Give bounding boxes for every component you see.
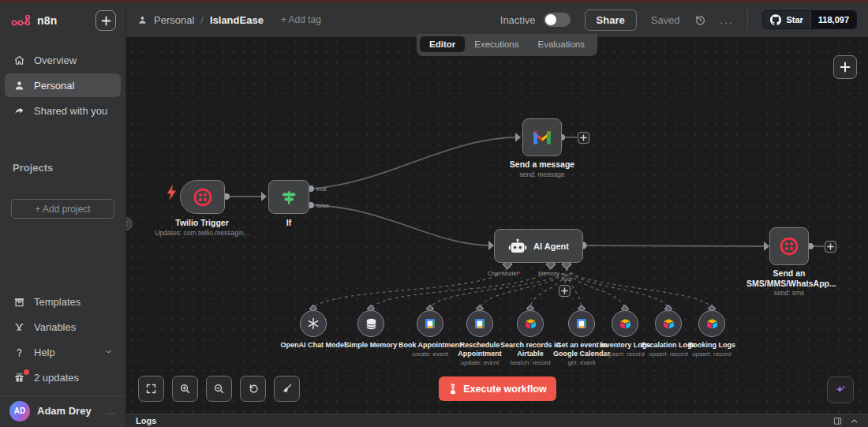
subnode-label: Book Appointment create: event bbox=[396, 341, 464, 358]
tab-evaluations[interactable]: Evaluations bbox=[529, 36, 594, 52]
subnode-inventory-logs[interactable] bbox=[612, 310, 638, 337]
sidebar-item-personal[interactable]: Personal bbox=[5, 73, 121, 97]
twilio-icon bbox=[779, 236, 799, 257]
sidebar-item-updates[interactable]: 2 updates bbox=[5, 365, 121, 389]
sidebar-item-label: Variables bbox=[34, 321, 76, 333]
zoom-out-icon bbox=[213, 383, 225, 395]
connection-agent-tool-6[interactable] bbox=[567, 268, 668, 307]
add-node-plus-after-sms[interactable] bbox=[825, 241, 836, 253]
zoom-in-icon bbox=[179, 383, 191, 395]
fit-view-icon bbox=[145, 383, 157, 395]
port-agent-input bbox=[488, 241, 494, 250]
node-twilio-sms[interactable] bbox=[769, 227, 809, 265]
connection-agent-sms[interactable] bbox=[585, 245, 766, 246]
open-panel-icon[interactable] bbox=[833, 417, 842, 425]
logs-panel-header[interactable]: Logs bbox=[126, 414, 868, 427]
connection-agent-tool-5[interactable] bbox=[567, 268, 624, 307]
user-more-button[interactable]: ... bbox=[106, 406, 116, 417]
tab-executions[interactable]: Executions bbox=[465, 36, 528, 52]
connection-agent-tool-7[interactable] bbox=[567, 268, 711, 307]
workflow-status-label: Inactive bbox=[500, 14, 536, 26]
sparkle-icon bbox=[833, 383, 847, 397]
node-if[interactable] bbox=[268, 180, 309, 214]
port-gmail-input bbox=[515, 133, 521, 142]
plus-icon bbox=[580, 134, 587, 141]
node-ai-agent[interactable]: AI Agent bbox=[494, 229, 583, 263]
twilio-icon bbox=[193, 187, 213, 208]
port-sms-input bbox=[764, 242, 769, 251]
history-button[interactable] bbox=[694, 14, 706, 26]
subnode-reschedule-appointment[interactable] bbox=[466, 310, 493, 337]
node-label-twilio-trigger: Twilio Trigger Updates: com.twilio.messa… bbox=[155, 218, 249, 237]
logs-label: Logs bbox=[136, 416, 156, 425]
fit-view-button[interactable] bbox=[138, 376, 164, 402]
airtable-icon bbox=[662, 317, 675, 331]
sidebar-item-templates[interactable]: Templates bbox=[5, 290, 121, 313]
subnode-booking-logs[interactable] bbox=[698, 310, 725, 337]
new-workflow-button[interactable] bbox=[95, 10, 116, 31]
sidebar-item-help[interactable]: Help bbox=[5, 340, 121, 364]
sidebar-item-variables[interactable]: Variables bbox=[5, 315, 121, 339]
subnode-book-appointment[interactable] bbox=[417, 310, 443, 337]
share-button[interactable]: Share bbox=[585, 9, 637, 31]
reset-zoom-button[interactable] bbox=[240, 376, 266, 402]
subnode-search-airtable[interactable] bbox=[517, 310, 544, 337]
github-star-widget[interactable]: Star 118,097 bbox=[762, 10, 857, 29]
subnode-label: OpenAI Chat Model bbox=[279, 341, 347, 350]
subnode-escalation-logs[interactable] bbox=[655, 310, 682, 337]
add-tag-button[interactable]: + Add tag bbox=[281, 14, 321, 25]
subnode-openai-chat-model[interactable] bbox=[300, 310, 327, 337]
connection-layer bbox=[126, 37, 868, 414]
connection-tool-plus bbox=[565, 268, 567, 283]
add-tool-plus[interactable] bbox=[559, 285, 571, 297]
sidebar-nav: Overview Personal Shared with you bbox=[0, 47, 125, 124]
avatar: AD bbox=[9, 401, 30, 421]
chevron-up-icon[interactable] bbox=[850, 417, 859, 425]
plus-icon bbox=[101, 16, 111, 26]
node-twilio-trigger[interactable] bbox=[180, 180, 225, 214]
if-false-label: false bbox=[316, 202, 329, 209]
google-calendar-icon bbox=[424, 317, 436, 330]
add-node-plus-after-gmail[interactable] bbox=[578, 132, 589, 144]
active-toggle[interactable] bbox=[544, 13, 571, 27]
agent-port-label-tool: Tool bbox=[561, 275, 572, 283]
connection-if-true-gmail[interactable] bbox=[314, 137, 518, 189]
view-tabs: Editor Executions Evaluations bbox=[417, 34, 597, 56]
connection-agent-tool-2[interactable] bbox=[481, 268, 567, 307]
node-label-if: If bbox=[265, 218, 312, 228]
execute-workflow-button[interactable]: Execute workflow bbox=[439, 376, 556, 401]
subnode-label: Escalation Logs upsert: record bbox=[634, 341, 702, 358]
user-menu[interactable]: AD Adam Drey ... bbox=[0, 395, 125, 425]
more-options-button[interactable]: ... bbox=[720, 14, 734, 26]
openai-icon bbox=[306, 317, 320, 331]
sidebar-item-shared-with-you[interactable]: Shared with you bbox=[5, 99, 121, 122]
tab-editor[interactable]: Editor bbox=[420, 36, 465, 52]
breadcrumb-project[interactable]: Personal bbox=[154, 14, 194, 26]
person-icon bbox=[13, 80, 26, 92]
subnode-simple-memory[interactable] bbox=[357, 310, 384, 337]
connection-agent-memory[interactable] bbox=[372, 268, 551, 307]
connection-agent-chatmodel[interactable] bbox=[314, 268, 507, 307]
connection-if-false-agent[interactable] bbox=[314, 205, 491, 245]
google-calendar-icon bbox=[575, 317, 588, 330]
gmail-icon bbox=[532, 129, 552, 146]
n8n-logo[interactable]: n8n bbox=[11, 13, 58, 28]
add-project-button[interactable]: + Add project bbox=[11, 199, 114, 219]
tidy-up-button[interactable] bbox=[274, 376, 300, 402]
node-gmail-send[interactable] bbox=[522, 118, 562, 156]
connection-agent-tool-1[interactable] bbox=[431, 268, 567, 307]
ai-assistant-button[interactable] bbox=[827, 376, 854, 403]
workflow-name[interactable]: IslandEase bbox=[210, 14, 264, 26]
gift-icon bbox=[13, 372, 26, 384]
zoom-out-button[interactable] bbox=[206, 376, 232, 402]
workflow-canvas[interactable]: Twilio Trigger Updates: com.twilio.messa… bbox=[126, 37, 868, 414]
zoom-in-button[interactable] bbox=[172, 376, 198, 402]
add-node-button[interactable] bbox=[833, 55, 857, 79]
subnode-label: Search records in Airtable search: recor… bbox=[496, 341, 564, 366]
subnode-label: Get an event in Google Calendar get: eve… bbox=[548, 341, 615, 366]
sidebar-item-label: Overview bbox=[34, 54, 77, 66]
sidebar-item-overview[interactable]: Overview bbox=[5, 48, 121, 72]
trigger-bolt-icon bbox=[166, 184, 178, 204]
subnode-get-event-gcal[interactable] bbox=[568, 310, 595, 337]
templates-icon bbox=[13, 296, 26, 308]
